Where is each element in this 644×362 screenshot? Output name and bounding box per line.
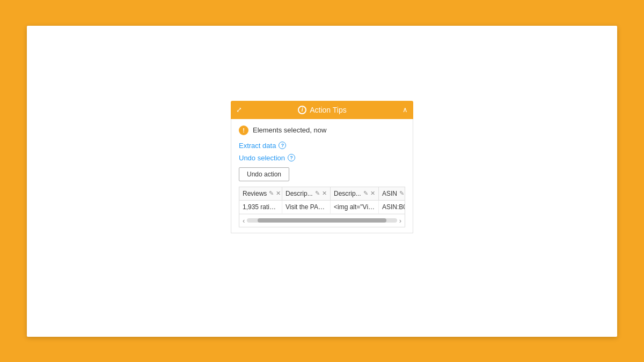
th-reviews-close-icon[interactable]: ✕ xyxy=(276,190,281,197)
status-row: ! Elements selected, now xyxy=(239,125,405,135)
extract-data-link[interactable]: Extract data ? xyxy=(239,142,405,150)
th-asin-edit-icon[interactable]: ✎ xyxy=(399,190,404,197)
th-desc2-edit-icon[interactable]: ✎ xyxy=(363,190,368,197)
status-icon: ! xyxy=(239,125,248,135)
action-tips-bar: ⤢ i Action Tips ∧ xyxy=(231,101,413,119)
scroll-thumb xyxy=(258,218,386,223)
action-tips-center: i Action Tips xyxy=(242,106,402,114)
th-desc1-label: Descrip... xyxy=(286,190,313,197)
th-desc1: Descrip... ✎ ✕ xyxy=(282,187,331,200)
th-reviews-edit-icon[interactable]: ✎ xyxy=(269,190,274,197)
td-desc1: Visit the PANTI... xyxy=(282,201,331,213)
action-tips-left: ⤢ xyxy=(236,106,242,114)
panel-container: ⤢ i Action Tips ∧ ! Elements selected, n… xyxy=(231,101,413,233)
th-desc2-close-icon[interactable]: ✕ xyxy=(370,190,375,197)
action-tips-title: Action Tips xyxy=(310,106,346,114)
th-desc1-edit-icon[interactable]: ✎ xyxy=(315,190,320,197)
undo-action-button[interactable]: Undo action xyxy=(239,167,289,181)
th-asin: ASIN ✎ xyxy=(379,187,405,200)
extract-data-label: Extract data xyxy=(239,142,276,150)
scrollbar-area: ‹ › xyxy=(239,214,405,227)
th-reviews-label: Reviews xyxy=(243,190,267,197)
undo-selection-label: Undo selection xyxy=(239,154,285,162)
table-row: 1,935 ratings Visit the PANTI... <img al… xyxy=(239,201,405,214)
table-header: Reviews ✎ ✕ Descrip... ✎ ✕ Descrip... ✎ … xyxy=(239,187,405,201)
th-desc2: Descrip... ✎ ✕ xyxy=(331,187,379,200)
scroll-left-arrow[interactable]: ‹ xyxy=(243,217,245,225)
td-desc2: <img alt="Vinta... xyxy=(331,201,379,213)
status-text: Elements selected, now xyxy=(253,126,326,134)
info-circle-icon: i xyxy=(298,106,306,114)
undo-selection-link[interactable]: Undo selection ? xyxy=(239,154,405,162)
panel-content: ! Elements selected, now Extract data ? … xyxy=(231,119,413,233)
th-reviews: Reviews ✎ ✕ xyxy=(239,187,282,200)
th-desc1-close-icon[interactable]: ✕ xyxy=(322,190,327,197)
extract-data-help-icon[interactable]: ? xyxy=(279,142,286,149)
th-asin-label: ASIN xyxy=(382,190,397,197)
expand-icon[interactable]: ⤢ xyxy=(236,106,242,114)
td-asin: ASIN:B081 xyxy=(379,201,405,213)
td-reviews: 1,935 ratings xyxy=(239,201,282,213)
th-desc2-label: Descrip... xyxy=(334,190,361,197)
data-table: Reviews ✎ ✕ Descrip... ✎ ✕ Descrip... ✎ … xyxy=(239,187,405,227)
action-tips-right: ∧ xyxy=(402,106,408,114)
collapse-icon[interactable]: ∧ xyxy=(402,106,408,114)
scroll-right-arrow[interactable]: › xyxy=(399,217,401,225)
main-card: ⤢ i Action Tips ∧ ! Elements selected, n… xyxy=(27,26,617,337)
undo-selection-help-icon[interactable]: ? xyxy=(288,154,295,161)
scroll-track[interactable] xyxy=(247,218,397,223)
